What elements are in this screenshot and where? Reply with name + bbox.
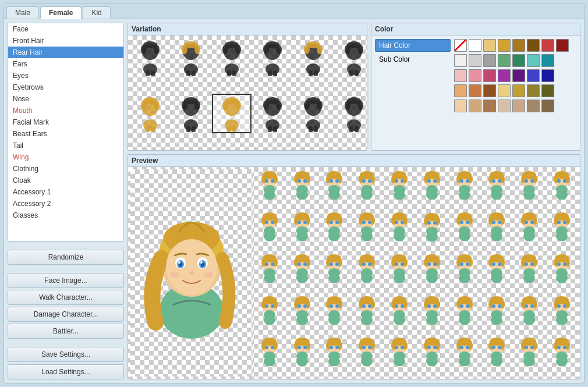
swatch-1-1[interactable] [469,54,481,67]
swatch-4-5[interactable] [527,100,540,112]
swatch-0-0[interactable] [469,39,481,52]
swatch-1-6[interactable] [541,54,554,67]
swatch-0-1[interactable] [483,39,496,52]
load-settings-button[interactable]: Load Settings... [8,364,124,379]
swatch-4-4[interactable] [512,100,525,112]
svg-point-128 [204,272,213,278]
swatch-2-0[interactable] [454,69,467,82]
variation-sprite-1[interactable] [171,38,211,77]
swatch-2-4[interactable] [512,69,525,82]
sidebar-item-ears[interactable]: Ears [8,58,123,70]
variation-sprite-5[interactable] [334,38,367,77]
variation-sprite-12[interactable] [293,94,333,133]
swatch-4-6[interactable] [541,100,554,112]
sidebar-item-accessory2[interactable]: Accessory 2 [8,198,123,210]
variation-grid[interactable] [128,35,367,150]
svg-point-386 [427,262,431,266]
sidebar-item-cloak[interactable]: Cloak [8,175,123,186]
damage-character-button[interactable]: Damage Character... [8,307,124,322]
sidebar-item-eyes[interactable]: Eyes [8,70,123,81]
swatch-0-6[interactable] [556,39,569,52]
sidebar-item-face[interactable]: Face [8,23,123,35]
svg-point-308 [491,226,502,236]
sidebar-item-clothing[interactable]: Clothing [8,163,123,175]
swatch-2-5[interactable] [527,69,540,82]
svg-point-547 [303,346,307,349]
swatch-0-2[interactable] [498,39,511,52]
swatch-2-1[interactable] [469,69,481,82]
swatch-1-0[interactable] [454,54,467,67]
svg-rect-36 [349,70,353,76]
svg-rect-150 [331,195,334,200]
svg-rect-621 [562,361,565,366]
svg-point-407 [498,262,501,266]
swatch-2-6[interactable] [541,69,554,82]
save-settings-button[interactable]: Save Settings... [8,347,124,362]
svg-rect-141 [302,195,306,200]
swatch-0-5[interactable] [541,39,554,52]
svg-rect-79 [273,126,277,132]
swatch-3-6[interactable] [541,84,554,97]
sidebar-item-nose[interactable]: Nose [8,93,123,105]
svg-rect-540 [299,361,302,366]
svg-rect-281 [432,237,435,242]
variation-sprite-10[interactable] [212,94,252,133]
swatch-4-1[interactable] [469,100,481,112]
swatch-1-5[interactable] [527,54,540,67]
svg-point-416 [525,262,528,266]
tab-female[interactable]: Female [40,6,82,19]
face-image-button[interactable]: Face Image... [8,273,124,288]
svg-rect-29 [309,70,313,76]
svg-point-627 [563,346,566,349]
sidebar-item-tail[interactable]: Tail [8,140,123,151]
variation-sprite-4[interactable] [293,38,333,77]
swatch-3-4[interactable] [512,84,525,97]
variation-sprite-13[interactable] [334,94,367,133]
sidebar-item-rear-hair[interactable]: Rear Hair [8,47,123,58]
sidebar-item-eyebrows[interactable]: Eyebrows [8,81,123,93]
svg-point-618 [523,352,535,361]
swatch-1-3[interactable] [498,54,511,67]
swatch-3-2[interactable] [483,84,496,97]
transparent-swatch[interactable] [454,39,467,52]
swatch-3-3[interactable] [498,84,511,97]
swatch-4-2[interactable] [483,100,496,112]
swatch-4-3[interactable] [498,100,511,112]
svg-point-508 [491,310,502,319]
sidebar-item-wing[interactable]: Wing [8,151,123,163]
swatch-1-2[interactable] [483,54,496,67]
sidebar-item-beast-ears[interactable]: Beast Ears [8,128,123,140]
sidebar-item-facial-mark[interactable]: Facial Mark [8,116,123,128]
sub-color-label[interactable]: Sub Color [375,53,451,66]
color-swatches-area [454,39,576,147]
svg-point-158 [328,185,340,194]
sidebar-item-front-hair[interactable]: Front Hair [8,35,123,47]
variation-sprite-2[interactable] [212,38,252,77]
hair-color-label[interactable]: Hair Color [375,39,451,52]
battler-button[interactable]: Battler... [8,324,124,339]
swatch-3-5[interactable] [527,84,540,97]
swatch-3-1[interactable] [469,84,481,97]
swatch-2-2[interactable] [483,69,496,82]
sidebar-item-mouth[interactable]: Mouth [8,105,123,116]
variation-sprite-8[interactable] [130,94,170,133]
svg-point-468 [361,310,373,319]
variation-sprite-3[interactable] [253,38,292,77]
swatch-4-0[interactable] [454,100,467,112]
swatch-2-3[interactable] [498,69,511,82]
variation-sprite-0[interactable] [130,38,170,77]
swatch-3-0[interactable] [454,84,467,97]
swatch-0-4[interactable] [527,39,540,52]
tab-male[interactable]: Male [6,6,39,19]
swatch-0-3[interactable] [512,39,525,52]
walk-character-button[interactable]: Walk Character... [8,290,124,305]
svg-point-286 [427,221,431,225]
randomize-button[interactable]: Randomize [8,250,124,265]
swatch-1-4[interactable] [512,54,525,67]
sidebar-item-glasses[interactable]: Glasses [8,210,123,221]
tab-kid[interactable]: Kid [83,6,110,19]
svg-point-5 [141,45,147,54]
variation-sprite-11[interactable] [253,94,292,133]
variation-sprite-9[interactable] [171,94,211,133]
sidebar-item-accessory1[interactable]: Accessory 1 [8,186,123,198]
